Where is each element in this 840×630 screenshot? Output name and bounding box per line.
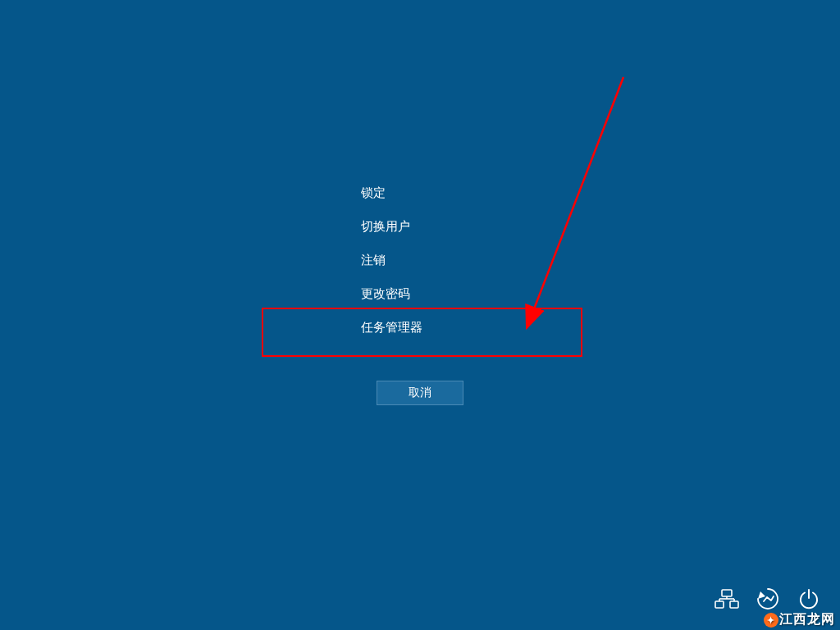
svg-rect-3: [715, 601, 724, 608]
power-icon[interactable]: [796, 586, 822, 612]
svg-line-1: [527, 77, 623, 328]
security-options-menu: 锁定 切换用户 注销 更改密码 任务管理器: [361, 176, 422, 345]
watermark-logo-icon: ✦: [764, 613, 778, 628]
menu-item-switch-user[interactable]: 切换用户: [361, 210, 422, 244]
menu-item-task-manager[interactable]: 任务管理器: [361, 311, 422, 345]
menu-item-lock[interactable]: 锁定: [361, 176, 422, 210]
watermark: ✦江西龙网: [764, 611, 835, 628]
svg-rect-4: [730, 601, 738, 608]
cancel-button[interactable]: 取消: [377, 381, 463, 405]
menu-item-change-password[interactable]: 更改密码: [361, 277, 422, 311]
ease-of-access-icon[interactable]: [755, 586, 781, 612]
svg-rect-2: [722, 590, 732, 596]
bottom-icon-bar: [714, 586, 822, 612]
watermark-text: 江西龙网: [779, 612, 835, 626]
network-icon[interactable]: [714, 586, 740, 612]
menu-item-sign-out[interactable]: 注销: [361, 244, 422, 277]
